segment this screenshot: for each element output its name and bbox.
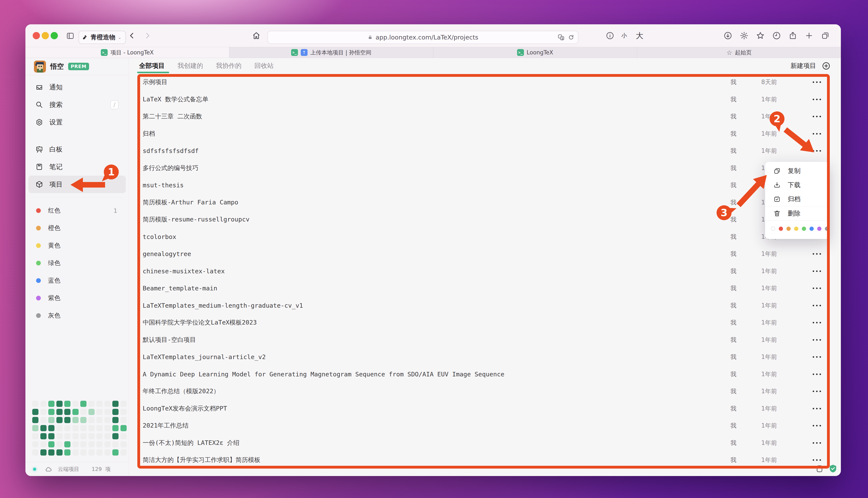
project-row[interactable]: 中国科学院大学学位论文LaTeX模板2023我1年前 <box>129 314 841 331</box>
translate-icon[interactable] <box>558 34 565 41</box>
sidebar-item-projects[interactable]: 项目 <box>28 175 126 193</box>
row-more-button[interactable] <box>806 425 827 427</box>
project-row[interactable]: LaTeXTemplates_medium-length-graduate-cv… <box>129 297 841 314</box>
color-filter-6[interactable]: 灰色 <box>28 307 126 324</box>
plus-icon[interactable] <box>805 31 814 40</box>
sidebar-item-notes[interactable]: 笔记 <box>28 158 126 175</box>
forward-button[interactable] <box>143 31 151 40</box>
row-more-button[interactable] <box>806 81 827 83</box>
share-icon[interactable] <box>788 31 797 40</box>
minimize-window-button[interactable] <box>42 32 49 39</box>
row-more-button[interactable] <box>806 99 827 100</box>
color-filter-5[interactable]: 紫色 <box>28 289 126 307</box>
project-row[interactable]: A Dynamic Deep Learning Model for Genera… <box>129 366 841 383</box>
project-row[interactable]: tcolorbox我1年前 <box>129 228 841 246</box>
project-row[interactable]: LoongTeX发布会演示文档PPT我1年前 <box>129 400 841 417</box>
row-more-button[interactable] <box>806 270 827 272</box>
address-bar[interactable]: app.loongtex.com/LaTeX/projects <box>267 31 578 44</box>
projects-tab-1[interactable]: 我创建的 <box>178 62 203 70</box>
project-row[interactable]: LaTeXTemplates_journal-article_v2我1年前 <box>129 349 841 366</box>
row-more-button[interactable] <box>806 356 827 358</box>
color-option[interactable] <box>817 226 821 231</box>
color-option[interactable] <box>802 226 806 231</box>
history-clock-icon[interactable] <box>772 31 781 40</box>
profile-button[interactable]: 青橙造物 ⌄ <box>79 31 126 44</box>
window-panel-icon[interactable] <box>816 465 823 473</box>
sidebar-item-settings[interactable]: 设置 <box>28 114 126 131</box>
project-row[interactable]: genealogytree我1年前 <box>129 245 841 263</box>
gear-icon[interactable] <box>740 31 749 40</box>
row-more-button[interactable] <box>806 116 827 117</box>
project-row[interactable]: 第二十三章 二次函数我1年前 <box>129 108 841 125</box>
shield-check-icon[interactable] <box>829 464 837 474</box>
reload-icon[interactable] <box>568 34 575 41</box>
color-filter-2[interactable]: 黄色 <box>28 237 126 254</box>
project-row[interactable]: 示例项目我8天前 <box>129 74 841 91</box>
menu-item-copy[interactable]: 复制 <box>765 164 829 178</box>
download-circle-icon[interactable] <box>724 31 732 40</box>
row-more-button[interactable] <box>806 133 827 134</box>
home-button[interactable] <box>252 31 261 40</box>
color-option[interactable] <box>825 226 829 231</box>
color-filter-0[interactable]: 红色1 <box>28 202 126 219</box>
project-row[interactable]: chinese-musixtex-latex我1年前 <box>129 263 841 280</box>
color-option-none[interactable] <box>771 226 775 231</box>
zoom-window-button[interactable] <box>51 32 58 39</box>
reader-info-icon[interactable] <box>605 31 614 40</box>
menu-item-download[interactable]: 下载 <box>765 178 829 192</box>
close-window-button[interactable] <box>33 32 40 39</box>
sidebar-item-whiteboard[interactable]: 白板 <box>28 141 126 158</box>
project-row[interactable]: 年终工作总结（模版2022）我1年前 <box>129 383 841 400</box>
project-row[interactable]: 简历模版-resume-russellgroupcv我1年前 <box>129 211 841 228</box>
projects-tab-0[interactable]: 全部项目 <box>139 62 165 70</box>
browser-tab-2[interactable]: >_LoongTeX <box>433 47 637 58</box>
font-larger-button[interactable]: 大 <box>636 24 643 47</box>
row-more-button[interactable] <box>806 374 827 375</box>
color-filter-3[interactable]: 绿色 <box>28 254 126 272</box>
project-row[interactable]: 一份(不太)简短的 LATEX2ε 介绍我1年前 <box>129 434 841 452</box>
row-more-button[interactable] <box>806 150 827 152</box>
color-option[interactable] <box>809 226 814 231</box>
projects-tab-2[interactable]: 我协作的 <box>216 62 242 70</box>
row-more-button[interactable] <box>806 459 827 461</box>
color-option[interactable] <box>794 226 799 231</box>
project-row[interactable]: LaTeX 数学公式备忘单我1年前 <box>129 91 841 108</box>
color-filter-1[interactable]: 橙色 <box>28 219 126 237</box>
row-more-button[interactable] <box>806 253 827 255</box>
color-option[interactable] <box>787 226 791 231</box>
row-more-button[interactable] <box>806 322 827 324</box>
sidebar: 悟空 PREM 通知搜索/设置白板笔记项目 红色1橙色黄色绿色蓝色紫色灰色 云端… <box>25 58 129 476</box>
sidebar-item-notifications[interactable]: 通知 <box>28 79 126 96</box>
project-row[interactable]: msut-thesis我1年前 <box>129 177 841 194</box>
new-project-button[interactable]: 新建项目 <box>790 58 831 74</box>
projects-tab-3[interactable]: 回收站 <box>254 62 273 70</box>
user-header[interactable]: 悟空 PREM <box>25 58 129 75</box>
project-row[interactable]: Beamer_template-main我1年前 <box>129 280 841 297</box>
project-row[interactable]: 2021年工作总结我1年前 <box>129 417 841 434</box>
browser-tab-1[interactable]: >_↑上传本地项目 | 孙悟空间 <box>229 47 433 58</box>
project-row[interactable]: sdfsfsfsfsdfsdf我1年前 <box>129 142 841 160</box>
row-more-button[interactable] <box>806 408 827 409</box>
font-smaller-button[interactable]: 小 <box>621 24 627 47</box>
browser-tab-0[interactable]: >_项目 - LoongTeX <box>25 47 229 58</box>
project-row[interactable]: 默认项目-空白项目我1年前 <box>129 331 841 349</box>
tab-overview-icon[interactable] <box>821 31 830 40</box>
project-row[interactable]: 简历模板-Arthur Faria Campo我1年前 <box>129 194 841 211</box>
star-icon[interactable] <box>756 31 765 40</box>
menu-item-archive[interactable]: 归档 <box>765 192 829 206</box>
browser-tab-3[interactable]: ☆起始页 <box>637 47 841 58</box>
menu-item-trash[interactable]: 删除 <box>765 206 829 220</box>
row-more-button[interactable] <box>806 288 827 289</box>
project-row[interactable]: 归档我1年前 <box>129 125 841 143</box>
project-row[interactable]: 多行公式的编号技巧我1年前 <box>129 160 841 177</box>
back-button[interactable] <box>128 31 136 40</box>
row-more-button[interactable] <box>806 391 827 392</box>
row-more-button[interactable] <box>806 339 827 341</box>
color-filter-4[interactable]: 蓝色 <box>28 272 126 289</box>
sidebar-toggle-icon[interactable] <box>66 31 75 40</box>
project-row[interactable]: 简洁大方的【升学实习工作求职】简历模板我1年前 <box>129 451 841 469</box>
row-more-button[interactable] <box>806 305 827 306</box>
color-option[interactable] <box>779 226 783 231</box>
sidebar-item-search[interactable]: 搜索/ <box>28 96 126 114</box>
row-more-button[interactable] <box>806 442 827 444</box>
